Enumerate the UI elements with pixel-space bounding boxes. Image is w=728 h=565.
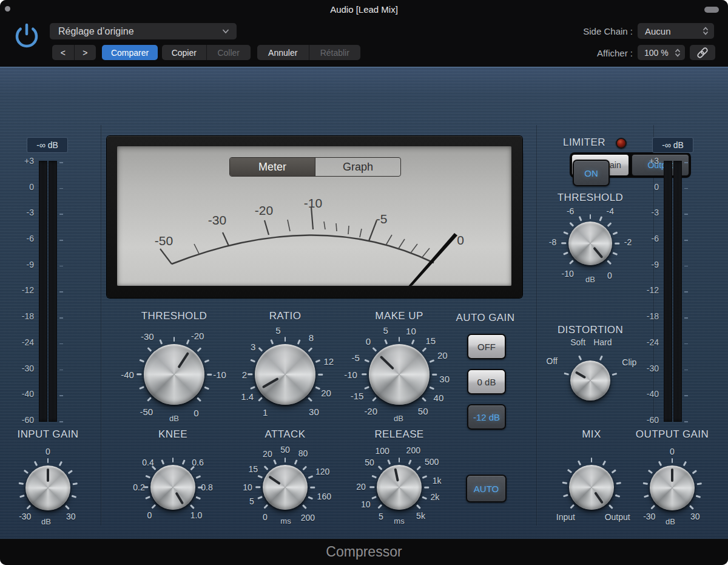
knob-scale-label: 10 — [243, 482, 252, 492]
knob-scale-label: 120 — [315, 467, 329, 476]
knee-title: KNEE — [158, 428, 187, 441]
knob-scale-label: 200 — [301, 513, 315, 523]
tab-graph[interactable]: Graph — [315, 158, 400, 176]
tick-mark — [696, 495, 701, 498]
meter-scale-label: -30 — [4, 364, 34, 373]
copy-button[interactable]: Copier — [162, 45, 206, 60]
knob-scale-label: 15 — [425, 336, 436, 346]
tick-mark — [315, 359, 320, 362]
paste-button[interactable]: Coller — [206, 45, 251, 60]
tick-mark — [569, 260, 573, 264]
view-zoom-select[interactable]: 100 % — [638, 45, 685, 60]
undo-button[interactable]: Annuler — [257, 45, 309, 60]
side-chain-value: Aucun — [645, 26, 671, 36]
tick-mark — [65, 505, 69, 509]
tick-mark — [207, 374, 212, 376]
tick-mark — [429, 359, 434, 362]
knob-scale-label: 20 — [356, 482, 366, 492]
meter-scale-label: -24 — [4, 338, 34, 347]
preset-back-button[interactable]: < — [52, 45, 74, 60]
knob-scale-label: 200 — [406, 445, 420, 455]
tick-mark — [308, 475, 312, 478]
tick-mark — [672, 458, 673, 463]
meter-scale-label: -60 — [4, 416, 34, 424]
tick-mark — [422, 347, 426, 351]
tab-meter[interactable]: Meter — [230, 158, 315, 176]
window-pill-icon[interactable] — [704, 7, 719, 13]
tick-mark — [644, 495, 649, 498]
tick-mark — [408, 459, 411, 464]
knob-scale-label: -5 — [351, 353, 359, 363]
knob-scale-label: 5 — [249, 496, 254, 506]
limiter-threshold-knob[interactable] — [568, 222, 612, 265]
distortion-title: DISTORTION — [558, 324, 623, 336]
tick-mark — [563, 231, 568, 234]
tick-mark — [384, 339, 387, 344]
knee-knob[interactable] — [150, 465, 195, 510]
tick-mark — [151, 504, 155, 509]
tick-mark — [34, 461, 38, 466]
auto-release-button[interactable]: AUTO — [466, 475, 507, 502]
tick-mark — [578, 356, 582, 360]
auto-gain-off-button[interactable]: OFF — [467, 334, 506, 359]
output-gain-title: OUTPUT GAIN — [636, 428, 709, 441]
tick-mark — [429, 387, 434, 390]
knob-scale-label: 0.2 — [133, 482, 144, 492]
vu-meter-screen: -50 -30 -20 -10 -5 0 Meter Graph — [117, 146, 511, 286]
tick-mark — [161, 459, 164, 464]
tick-mark — [258, 347, 262, 351]
window-dot-icon[interactable] — [5, 6, 10, 12]
knob-scale-label: 80 — [298, 448, 308, 458]
view-zoom-value: 100 % — [644, 48, 669, 58]
limiter-on-button[interactable]: ON — [573, 160, 610, 186]
preset-forward-button[interactable]: > — [74, 45, 96, 60]
side-chain-label: Side Chain : — [554, 26, 633, 36]
tick-mark — [308, 397, 312, 401]
input-gain-title: INPUT GAIN — [18, 428, 79, 441]
tick-mark — [315, 387, 320, 390]
output-level-readout: -∞ dB — [652, 137, 693, 153]
tick-mark — [136, 374, 141, 376]
tick-mark — [26, 505, 30, 509]
power-icon[interactable] — [13, 22, 41, 50]
tick-mark — [424, 487, 429, 489]
threshold-knob[interactable] — [144, 344, 204, 405]
tick-mark — [399, 337, 400, 342]
meter-scale-label: -18 — [4, 312, 34, 320]
tick-mark — [590, 214, 592, 219]
auto-gain-0db-button[interactable]: 0 dB — [467, 369, 506, 394]
tick-mark — [308, 347, 312, 351]
tick-mark — [47, 458, 49, 463]
distortion-knob[interactable] — [570, 360, 610, 401]
knob-scale-label: 20 — [321, 388, 331, 398]
output-gain-knob[interactable] — [650, 465, 695, 510]
tick-mark — [612, 252, 617, 255]
auto-gain-minus12db-button[interactable]: -12 dB — [467, 404, 506, 430]
mix-knob[interactable] — [569, 465, 614, 510]
window-title: Audio [Lead Mix] — [330, 4, 398, 15]
tick-mark — [263, 465, 268, 470]
link-button[interactable] — [690, 45, 715, 60]
knob-scale-label: -30 — [19, 512, 31, 521]
tick-mark — [607, 222, 611, 226]
tick-mark — [591, 458, 593, 462]
tick-mark — [387, 459, 390, 464]
makeup-knob[interactable] — [369, 344, 430, 405]
side-chain-select[interactable]: Aucun — [638, 23, 714, 39]
tick-mark — [578, 216, 581, 221]
redo-button[interactable]: Rétablir — [309, 45, 361, 60]
compare-button[interactable]: Comparer — [102, 45, 158, 60]
attack-knob[interactable] — [263, 465, 308, 510]
tick-mark — [372, 347, 376, 351]
ratio-knob[interactable] — [255, 344, 315, 405]
preset-dropdown[interactable]: Réglage d’origine — [50, 23, 237, 39]
release-knob[interactable] — [377, 465, 422, 510]
input-gain-knob[interactable] — [25, 465, 70, 510]
tick-mark — [147, 397, 151, 401]
tick-mark — [362, 374, 366, 376]
tick-mark — [563, 252, 568, 255]
knob-scale-label: Output — [605, 512, 630, 522]
tick-mark — [642, 482, 647, 485]
knob-scale-label: 10 — [406, 325, 416, 336]
knob-scale-label: 2k — [431, 492, 440, 502]
